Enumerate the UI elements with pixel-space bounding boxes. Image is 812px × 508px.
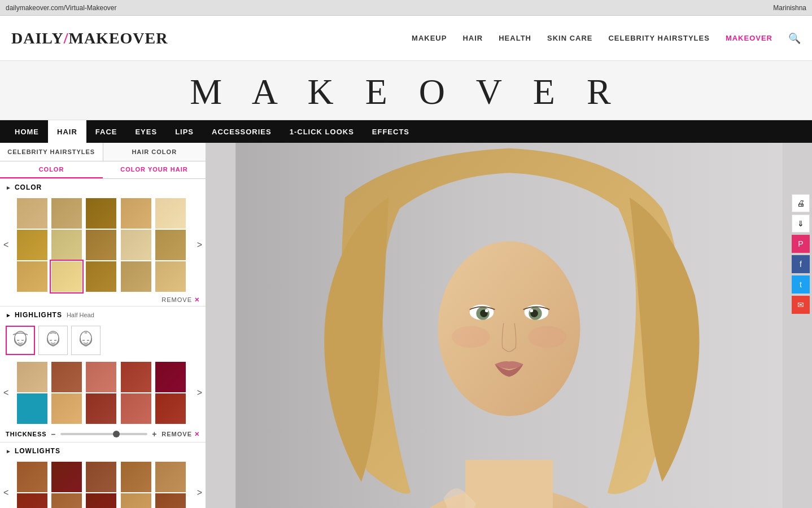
color-swatch-13[interactable] bbox=[86, 261, 116, 292]
highlight-swatch-2[interactable] bbox=[51, 362, 82, 392]
lowlights-swatches-grid bbox=[17, 462, 189, 508]
color-grid-container: < > bbox=[0, 196, 206, 294]
color-swatch-10[interactable] bbox=[155, 230, 186, 260]
sidebar: CELEBRITY HAIRSTYLES HAIR COLOR COLOR CO… bbox=[0, 143, 206, 508]
nav-accessories[interactable]: ACCESSORIES bbox=[203, 120, 281, 143]
lowlight-swatch-4[interactable] bbox=[121, 462, 151, 492]
top-navigation: MAKEUP HAIR HEALTH SKIN CARE CELEBRITY H… bbox=[412, 32, 801, 45]
lowlight-swatch-5[interactable] bbox=[155, 462, 186, 492]
tab-celebrity-hairstyles[interactable]: CELEBRITY HAIRSTYLES bbox=[0, 143, 103, 161]
highlight-swatch-3[interactable] bbox=[86, 362, 116, 392]
nav-makeover[interactable]: MAKEOVER bbox=[726, 34, 772, 42]
color-swatch-14[interactable] bbox=[121, 261, 151, 292]
secondary-navigation: HOME HAIR FACE EYES LIPS ACCESSORIES 1-C… bbox=[0, 120, 812, 143]
highlights-arrow-icon: ► bbox=[6, 312, 11, 318]
mail-icon[interactable]: ✉ bbox=[792, 296, 810, 314]
highlights-subtitle: Half Head bbox=[67, 312, 94, 318]
lowlights-section-header[interactable]: ► LOWLIGHTS bbox=[0, 443, 206, 459]
svg-point-21 bbox=[452, 326, 490, 348]
nav-skincare[interactable]: SKIN CARE bbox=[547, 34, 593, 42]
highlights-thickness-slider[interactable] bbox=[60, 433, 147, 435]
color-swatch-7[interactable] bbox=[51, 230, 82, 260]
highlights-thickness-increase[interactable]: + bbox=[152, 430, 157, 439]
color-swatch-15[interactable] bbox=[155, 261, 186, 292]
color-swatch-4[interactable] bbox=[121, 198, 151, 229]
color-swatch-9[interactable] bbox=[121, 230, 151, 260]
nav-eyes[interactable]: EYES bbox=[126, 120, 166, 143]
download-icon[interactable]: ⇓ bbox=[792, 214, 810, 233]
color-swatch-3[interactable] bbox=[86, 198, 116, 229]
pinterest-icon[interactable]: P bbox=[792, 235, 810, 253]
color-section-header[interactable]: ► COLOR bbox=[0, 179, 206, 196]
color-swatch-12[interactable] bbox=[51, 261, 82, 292]
model-svg bbox=[206, 143, 812, 508]
face-half-svg bbox=[43, 330, 63, 351]
nav-hair-section[interactable]: HAIR bbox=[48, 120, 86, 143]
sub-tabs: COLOR COLOR YOUR HAIR bbox=[0, 161, 206, 179]
highlight-swatch-10[interactable] bbox=[155, 393, 186, 424]
color-swatch-1[interactable] bbox=[17, 198, 47, 229]
svg-point-16 bbox=[485, 309, 488, 312]
search-icon[interactable]: 🔍 bbox=[788, 32, 801, 45]
facebook-icon[interactable]: f bbox=[792, 255, 810, 273]
nav-effects[interactable]: EFFECTS bbox=[363, 120, 418, 143]
highlights-section-header[interactable]: ► HIGHLIGHTS Half Head bbox=[0, 306, 206, 323]
lowlights-prev-button[interactable]: < bbox=[1, 488, 11, 498]
face-icon-partial[interactable] bbox=[71, 326, 101, 355]
highlight-swatch-9[interactable] bbox=[121, 393, 151, 424]
color-remove-row: REMOVE ✕ bbox=[0, 294, 206, 306]
twitter-icon[interactable]: t bbox=[792, 275, 810, 294]
print-icon[interactable]: 🖨 bbox=[792, 194, 810, 212]
highlight-swatch-4[interactable] bbox=[121, 362, 151, 392]
lowlights-next-button[interactable]: > bbox=[195, 488, 204, 498]
logo[interactable]: DAILY/MAKEOVER bbox=[11, 29, 168, 47]
subtab-color-your-hair[interactable]: COLOR YOUR HAIR bbox=[103, 161, 206, 178]
nav-makeup[interactable]: MAKEUP bbox=[412, 34, 447, 42]
nav-celebrity[interactable]: CELEBRITY HAIRSTYLES bbox=[608, 34, 709, 42]
nav-home[interactable]: HOME bbox=[6, 120, 48, 143]
highlights-prev-button[interactable]: < bbox=[1, 388, 11, 398]
nav-health[interactable]: HEALTH bbox=[499, 34, 531, 42]
color-arrow-icon: ► bbox=[6, 185, 11, 191]
lowlight-swatch-7[interactable] bbox=[51, 493, 82, 508]
color-next-button[interactable]: > bbox=[195, 240, 204, 250]
lowlight-swatch-2[interactable] bbox=[51, 462, 82, 492]
face-icon-full[interactable] bbox=[6, 326, 35, 355]
color-swatch-11[interactable] bbox=[17, 261, 47, 292]
lowlight-swatch-6[interactable] bbox=[17, 493, 47, 508]
highlights-remove-button[interactable]: ✕ bbox=[194, 431, 200, 438]
highlight-swatch-7[interactable] bbox=[51, 393, 82, 424]
lowlight-swatch-8[interactable] bbox=[86, 493, 116, 508]
nav-face[interactable]: FACE bbox=[86, 120, 126, 143]
lowlights-arrow-icon: ► bbox=[6, 448, 11, 454]
highlights-thickness-thumb[interactable] bbox=[113, 431, 120, 437]
highlights-thickness-decrease[interactable]: – bbox=[51, 430, 56, 439]
sidebar-tabs: CELEBRITY HAIRSTYLES HAIR COLOR bbox=[0, 143, 206, 161]
subtab-color[interactable]: COLOR bbox=[0, 161, 103, 178]
color-swatch-8[interactable] bbox=[86, 230, 116, 260]
svg-point-6 bbox=[80, 331, 91, 345]
face-icon-half[interactable] bbox=[38, 326, 68, 355]
highlight-swatch-1[interactable] bbox=[17, 362, 47, 392]
color-swatch-5[interactable] bbox=[155, 198, 186, 229]
lowlight-swatch-9[interactable] bbox=[121, 493, 151, 508]
lowlight-swatch-10[interactable] bbox=[155, 493, 186, 508]
highlights-swatches-grid bbox=[17, 362, 189, 424]
color-swatch-6[interactable] bbox=[17, 230, 47, 260]
tab-hair-color[interactable]: HAIR COLOR bbox=[103, 143, 206, 161]
color-swatch-2[interactable] bbox=[51, 198, 82, 229]
highlight-swatch-5[interactable] bbox=[155, 362, 186, 392]
nav-hair[interactable]: HAIR bbox=[462, 34, 483, 42]
nav-1click[interactable]: 1-CLICK LOOKS bbox=[281, 120, 363, 143]
browser-url: dailymakeover.com/Virtual-Makeover bbox=[6, 4, 117, 12]
highlight-swatch-8[interactable] bbox=[86, 393, 116, 424]
nav-lips[interactable]: LIPS bbox=[166, 120, 203, 143]
highlight-swatch-6[interactable] bbox=[17, 393, 47, 424]
face-partial-svg bbox=[76, 330, 96, 351]
lowlight-swatch-1[interactable] bbox=[17, 462, 47, 492]
highlights-title: HIGHLIGHTS bbox=[15, 311, 62, 319]
color-remove-button[interactable]: ✕ bbox=[194, 296, 200, 304]
highlights-next-button[interactable]: > bbox=[195, 388, 204, 398]
lowlight-swatch-3[interactable] bbox=[86, 462, 116, 492]
color-prev-button[interactable]: < bbox=[1, 240, 11, 250]
